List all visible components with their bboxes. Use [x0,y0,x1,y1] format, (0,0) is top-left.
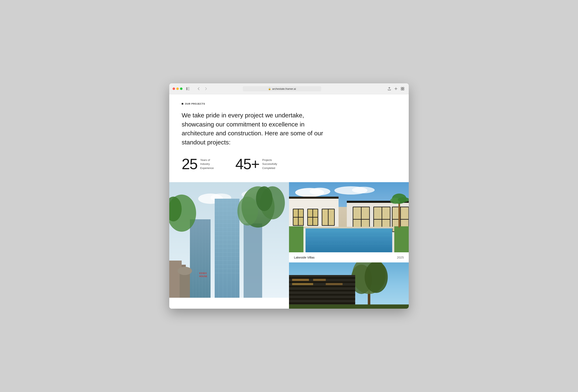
stat-projects: 45+ Projects Successfully Completed [235,157,281,172]
new-tab-button[interactable] [393,86,399,92]
svg-rect-3 [188,90,190,90]
browser-chrome: 🔒 archestate.framer.ai [169,83,409,94]
svg-rect-43 [243,223,262,298]
page-content: OUR PROJECTS We take pride in every proj… [169,94,409,309]
svg-point-61 [352,187,375,193]
traffic-lights [173,87,183,90]
stat-experience: 25 Years of Industry Experience [182,157,219,172]
right-column: Lakeside Villas 2025 [289,182,409,309]
hero-text: We take pride in every project we undert… [182,111,330,147]
lock-icon: 🔒 [268,87,271,90]
back-button[interactable] [196,86,201,92]
svg-rect-110 [289,281,355,283]
project-card-pool [289,182,409,252]
svg-rect-118 [313,279,326,281]
stat-experience-label: Years of Industry Experience [200,158,219,170]
svg-rect-119 [292,283,313,285]
stats-row: 25 Years of Industry Experience 45+ Proj… [182,157,396,172]
more-options-button[interactable] [400,86,405,92]
project-card-city: ESSEX HOUSE [169,182,289,298]
project-caption-lakeside: Lakeside Villas 2025 [289,252,409,262]
project-year-lakeside: 2025 [397,256,404,259]
svg-rect-115 [289,302,355,304]
close-button[interactable] [173,87,175,90]
maximize-button[interactable] [180,87,183,90]
svg-point-107 [365,262,388,293]
svg-rect-121 [289,305,409,309]
sidebar-toggle-button[interactable] [185,86,191,92]
svg-rect-2 [188,88,190,89]
svg-rect-1 [188,87,190,88]
svg-point-48 [237,197,258,225]
address-bar[interactable]: 🔒 archestate.framer.ai [243,86,321,91]
svg-point-59 [310,188,330,195]
section-label-text: OUR PROJECTS [185,103,205,105]
section-label: OUR PROJECTS [182,103,396,105]
svg-rect-0 [186,87,188,90]
section-label-icon [182,103,183,105]
svg-rect-113 [289,294,355,296]
svg-marker-65 [289,197,338,199]
svg-text:ESSEX: ESSEX [199,272,207,274]
svg-rect-4 [401,87,402,88]
svg-rect-6 [401,89,402,90]
browser-nav-controls [196,86,209,92]
browser-actions [386,86,405,92]
svg-rect-5 [403,87,404,88]
svg-point-49 [256,186,273,211]
svg-rect-98 [394,226,409,252]
svg-rect-120 [326,283,342,285]
svg-point-56 [178,267,192,275]
projects-grid: ESSEX HOUSE [169,182,409,309]
url-text: archestate.framer.ai [272,87,296,90]
svg-rect-96 [303,227,394,228]
stat-projects-label: Projects Successfully Completed [262,158,281,170]
svg-text:HOUSE: HOUSE [199,275,207,277]
project-card-forest [289,262,409,309]
project-title-lakeside: Lakeside Villas [294,256,315,259]
svg-rect-111 [289,286,355,287]
svg-rect-109 [289,277,355,279]
svg-rect-97 [289,226,303,252]
forward-button[interactable] [203,86,209,92]
share-button[interactable] [386,86,392,92]
svg-rect-112 [289,290,355,291]
svg-rect-7 [403,89,404,90]
stat-projects-number: 45+ [235,157,259,172]
browser-window: 🔒 archestate.framer.ai [169,83,409,309]
stat-experience-number: 25 [182,157,197,172]
minimize-button[interactable] [176,87,179,90]
svg-rect-117 [292,279,309,281]
svg-rect-114 [289,298,355,300]
